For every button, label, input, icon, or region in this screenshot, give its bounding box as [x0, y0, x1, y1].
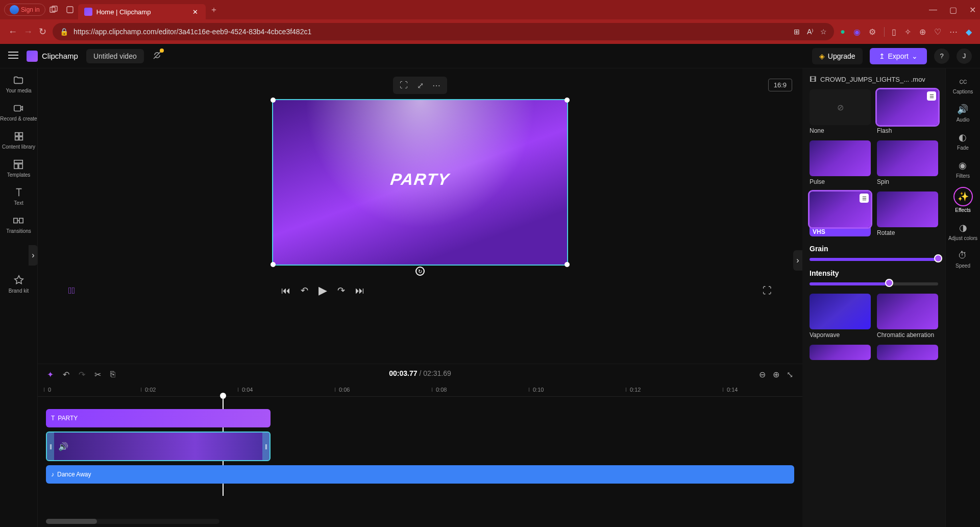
intensity-slider[interactable]	[810, 282, 938, 285]
redo-icon[interactable]: ↷	[79, 370, 85, 379]
export-button[interactable]: ↥ Export ⌄	[870, 48, 927, 64]
preview-canvas[interactable]: PARTY ↻	[272, 99, 568, 266]
sidebar-item-text[interactable]: Text	[13, 187, 24, 206]
effect-flash[interactable]: ☰ Flash	[877, 89, 938, 134]
extensions-icon[interactable]: ⚙	[869, 27, 876, 37]
adjust-icon[interactable]: ☰	[860, 194, 869, 203]
split-icon[interactable]: ▯	[884, 27, 896, 37]
close-window-icon[interactable]: ✕	[969, 5, 976, 15]
rail-captions[interactable]: ㏄ Captions	[953, 75, 973, 94]
resize-handle-br[interactable]	[565, 262, 570, 267]
scrollbar-thumb[interactable]	[46, 519, 97, 524]
browser-tab[interactable]: Home | Clipchamp ✕	[78, 4, 206, 19]
effect-chromatic[interactable]: Chromatic aberration	[877, 294, 938, 339]
skip-forward-icon[interactable]: ⏭	[355, 285, 364, 296]
app-available-icon[interactable]: ⊞	[794, 28, 800, 36]
project-title-input[interactable]: Untitled video	[86, 49, 144, 63]
sidebar-item-record[interactable]: Record & create	[0, 103, 37, 122]
read-aloud-icon[interactable]: A⁾	[807, 28, 813, 36]
seek-back-icon[interactable]: ↶	[301, 285, 308, 296]
more-icon[interactable]: ⋯	[949, 27, 958, 37]
video-clip[interactable]: ‖ 🔊 ‖	[46, 432, 271, 461]
sync-off-icon[interactable]	[152, 50, 162, 62]
copilot-icon[interactable]: ◆	[966, 27, 972, 37]
refresh-icon[interactable]: ↻	[39, 26, 46, 37]
adjust-icon[interactable]: ☰	[927, 91, 936, 101]
sidebar-item-brand-kit[interactable]: Brand kit	[9, 275, 29, 294]
maximize-icon[interactable]: ▢	[949, 5, 957, 15]
tab-actions-icon[interactable]	[62, 2, 78, 18]
audio-track[interactable]: ♪ Dance Away	[46, 465, 794, 484]
ext-icon-3[interactable]: ♡	[934, 27, 941, 37]
favorite-icon[interactable]: ☆	[820, 28, 827, 36]
audio-clip[interactable]: ♪ Dance Away	[46, 465, 794, 484]
sidebar-item-templates[interactable]: Templates	[7, 159, 31, 178]
fullscreen-icon[interactable]: ⛶	[763, 285, 772, 296]
resize-handle-tr[interactable]	[565, 98, 570, 103]
help-button[interactable]: ?	[934, 49, 949, 64]
skip-back-icon[interactable]: ⏮	[281, 285, 290, 296]
upgrade-button[interactable]: ◈ Upgrade	[812, 48, 863, 64]
grammarly-ext-icon[interactable]: ●	[840, 27, 845, 36]
resize-handle-tl[interactable]	[271, 98, 276, 103]
text-clip[interactable]: T PARTY	[46, 409, 271, 427]
rail-audio[interactable]: 🔊 Audio	[957, 104, 970, 123]
sidebar-item-your-media[interactable]: Your media	[6, 75, 31, 93]
grain-slider-thumb[interactable]	[934, 254, 942, 262]
zoom-in-icon[interactable]: ⊕	[773, 370, 779, 379]
effect-spin[interactable]: Spin	[877, 140, 938, 185]
minimize-icon[interactable]: —	[929, 5, 937, 15]
user-avatar-button[interactable]: J	[957, 49, 972, 64]
split-icon[interactable]: ✂	[94, 370, 101, 379]
rail-fade[interactable]: ◐ Fade	[957, 132, 969, 151]
effect-more-1[interactable]	[810, 345, 871, 360]
menu-icon[interactable]	[8, 51, 18, 61]
aspect-ratio-button[interactable]: 16:9	[768, 79, 792, 91]
resize-handle-bl[interactable]	[271, 262, 276, 267]
copy-icon[interactable]: ⎘	[110, 370, 115, 379]
seek-forward-icon[interactable]: ↷	[337, 285, 345, 296]
rotate-handle-icon[interactable]: ↻	[415, 267, 425, 276]
fit-icon[interactable]: ⤢	[412, 80, 428, 91]
timeline-scrollbar[interactable]	[46, 519, 219, 524]
effect-none[interactable]: ⊘ None	[810, 89, 871, 134]
intensity-slider-thumb[interactable]	[885, 279, 893, 287]
collections-icon[interactable]: ⊕	[919, 27, 926, 37]
url-input[interactable]: 🔒 https://app.clipchamp.com/editor/3a41c…	[53, 23, 834, 40]
preview-more-icon[interactable]: ⋯	[429, 80, 444, 91]
new-tab-icon[interactable]: ＋	[206, 2, 222, 18]
rail-effects[interactable]: ✨ Effects	[954, 188, 972, 213]
rail-speed[interactable]: ⏱ Speed	[955, 250, 970, 269]
effect-more-2[interactable]	[877, 345, 938, 360]
expand-sidebar-icon[interactable]: ›	[29, 245, 38, 266]
effect-pulse[interactable]: Pulse	[810, 140, 871, 185]
back-icon[interactable]: ←	[8, 27, 17, 37]
text-track[interactable]: T PARTY	[46, 409, 794, 427]
timeline-ruler[interactable]: 0 0:02 0:04 0:06 0:08 0:10 0:12 0:14	[38, 385, 802, 397]
effect-vhs[interactable]: ☰ VHS	[810, 191, 871, 236]
zoom-fit-icon[interactable]: ⤡	[787, 370, 793, 379]
clip-trim-right[interactable]: ‖	[262, 433, 270, 460]
clip-trim-left[interactable]: ‖	[47, 433, 54, 460]
grain-slider[interactable]	[810, 258, 938, 261]
video-track[interactable]: ‖ 🔊 ‖	[46, 432, 794, 461]
favorites-icon[interactable]: ✧	[904, 27, 911, 37]
speaker-icon[interactable]: 🔊	[58, 442, 68, 451]
app-logo[interactable]: Clipchamp	[27, 51, 78, 62]
ext-icon-2[interactable]: ◉	[853, 27, 861, 37]
undo-icon[interactable]: ↶	[63, 370, 69, 379]
rail-adjust-colors[interactable]: ◑ Adjust colors	[948, 222, 977, 241]
workspaces-icon[interactable]	[45, 2, 62, 18]
ai-sparkle-icon[interactable]: ✦⃠	[68, 285, 75, 296]
play-icon[interactable]: ▶	[318, 284, 327, 297]
rail-filters[interactable]: ◉ Filters	[956, 160, 970, 179]
effect-vaporwave[interactable]: Vaporwave	[810, 294, 871, 339]
effect-rotate[interactable]: Rotate	[877, 191, 938, 236]
close-tab-icon[interactable]: ✕	[191, 8, 200, 16]
profile-signin-button[interactable]: Sign in	[4, 4, 45, 16]
crop-icon[interactable]: ⛶	[396, 80, 411, 91]
sidebar-item-content-library[interactable]: Content library	[2, 131, 35, 150]
zoom-out-icon[interactable]: ⊖	[759, 370, 766, 379]
sidebar-item-transitions[interactable]: Transitions	[6, 215, 31, 234]
collapse-panel-icon[interactable]: ›	[793, 250, 802, 271]
